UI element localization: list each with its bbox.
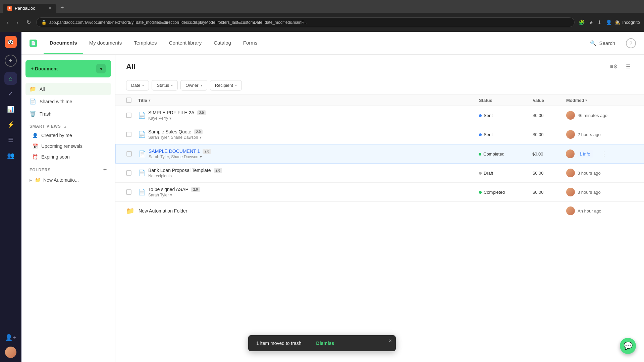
sidebar-icon-analytics[interactable]: 📊 xyxy=(4,103,17,116)
tab-forms[interactable]: Forms xyxy=(237,33,264,54)
sidebar-item-created-by-me[interactable]: 👤 Created by me xyxy=(25,130,111,141)
row-value: $0.00 xyxy=(533,190,566,195)
row-checkbox-area xyxy=(126,132,138,137)
calendar-icon: 📅 xyxy=(32,143,38,149)
extensions-button[interactable]: 🧩 xyxy=(577,18,586,27)
sidebar-item-trash[interactable]: 🗑️ Trash xyxy=(25,108,111,120)
create-button[interactable]: + xyxy=(5,55,17,67)
chat-button[interactable]: 💬 xyxy=(620,338,636,354)
info-icon: ℹ xyxy=(580,151,582,157)
profile-button[interactable]: 👤 xyxy=(604,18,613,27)
tab-catalog[interactable]: Catalog xyxy=(208,33,237,54)
document-title-link[interactable]: SAMPLE DOCUMENT 1 2.0 xyxy=(149,148,479,154)
filter-icon-button[interactable]: ≡⚙ xyxy=(607,61,621,72)
table-row[interactable]: ⋮⋮ 📄 SIMPLE PDF FILE 2A 2.0 Kaye Perry ▾ xyxy=(115,106,644,125)
file-icon: 📄 xyxy=(138,188,146,196)
forward-button[interactable]: › xyxy=(14,17,21,27)
document-title[interactable]: SIMPLE PDF FILE 2A 2.0 xyxy=(148,110,479,115)
app-logo: 🐼 xyxy=(5,36,17,48)
recipient-chevron: ▾ xyxy=(170,193,172,197)
folders-label: FOLDERS xyxy=(30,168,51,172)
smart-views-header[interactable]: SMART VIEWS ▲ xyxy=(25,120,111,130)
sidebar-icon-automation[interactable]: ⚡ xyxy=(4,118,17,131)
row-value: $0.00 xyxy=(532,152,566,157)
status-indicator: Completed xyxy=(479,152,504,157)
sidebar-icon-tasks[interactable]: ✓ xyxy=(4,87,17,100)
view-toggle-button[interactable]: ☰ xyxy=(623,61,633,72)
document-title[interactable]: Sample Sales Quote 2.0 xyxy=(148,129,479,134)
add-folder-button[interactable]: + xyxy=(103,166,107,173)
bookmark-button[interactable]: ★ xyxy=(588,18,595,27)
filter-status-button[interactable]: Status ▾ xyxy=(152,80,178,90)
filter-date-button[interactable]: Date ▾ xyxy=(126,80,149,90)
tab-templates[interactable]: Templates xyxy=(128,33,163,54)
folders-header: FOLDERS + xyxy=(25,162,111,175)
sidebar-icon-add-user[interactable]: 👤+ xyxy=(4,331,17,344)
filter-recipient-button[interactable]: Recipient ▾ xyxy=(210,80,242,90)
sidebar-icon-catalog[interactable]: ☰ xyxy=(4,134,17,146)
sidebar-item-expiring-soon[interactable]: ⏰ Expiring soon xyxy=(25,152,111,162)
created-by-me-label: Created by me xyxy=(41,133,72,138)
avatar xyxy=(566,111,575,120)
table-row[interactable]: ⋮⋮ 📄 Sample Sales Quote 2.0 Sarah Tyler,… xyxy=(115,125,644,144)
select-all-checkbox[interactable] xyxy=(126,98,131,103)
tab-close-button[interactable]: ✕ xyxy=(48,6,52,11)
sidebar-folder-new-automation[interactable]: ▶ 📁 New Automatio... xyxy=(25,175,111,185)
column-modified[interactable]: Modified ▾ xyxy=(566,98,633,103)
tab-my-documents[interactable]: My documents xyxy=(83,33,128,54)
sidebar-item-shared[interactable]: 📄 Shared with me xyxy=(25,95,111,108)
avatar xyxy=(566,149,575,158)
folder-name-label: New Automatio... xyxy=(43,177,79,183)
table-row-highlighted[interactable]: ⋮⋮ 📄 SAMPLE DOCUMENT 1 2.0 Sarah Tyler, … xyxy=(115,144,644,164)
tab-content-library[interactable]: Content library xyxy=(163,33,208,54)
sidebar-icon-home[interactable]: ⌂ xyxy=(4,72,17,85)
more-options-button[interactable]: ⋮ xyxy=(598,149,610,159)
search-button[interactable]: 🔍 Search xyxy=(585,38,621,49)
smart-views-chevron: ▲ xyxy=(63,125,67,128)
refresh-button[interactable]: ↻ xyxy=(24,17,34,27)
folder-modified-time: An hour ago xyxy=(578,208,601,214)
download-button[interactable]: ⬇ xyxy=(596,18,603,27)
row-status: Completed xyxy=(479,151,532,157)
left-panel: + Document ▾ 📁 All 📄 Shared with me 🗑️ T… xyxy=(21,55,115,362)
table-row[interactable]: ⋮⋮ 📄 Bank Loan Proposal Template 2.0 No … xyxy=(115,164,644,183)
table-row[interactable]: ⋮⋮ 📄 To be signed ASAP 2.0 Sarah Tyler ▾ xyxy=(115,183,644,202)
url-text: app.pandadoc.com/a/#/documents-next?sort… xyxy=(49,20,570,25)
sidebar-item-all[interactable]: 📁 All xyxy=(25,83,111,95)
sidebar-item-upcoming-renewals[interactable]: 📅 Upcoming renewals xyxy=(25,141,111,152)
search-icon: 🔍 xyxy=(590,40,596,46)
row-value: $0.00 xyxy=(533,132,566,137)
column-title[interactable]: Title ▾ xyxy=(138,98,479,103)
info-button[interactable]: ℹ Info xyxy=(577,150,593,158)
row-status: Sent xyxy=(479,113,533,118)
filter-owner-chevron: ▾ xyxy=(201,83,202,87)
table-header: Title ▾ Status Value Modified ▾ xyxy=(115,95,644,106)
filter-recipient-chevron: ▾ xyxy=(235,83,237,87)
row-checkbox-area xyxy=(126,170,138,176)
row-modified: 2 hours ago xyxy=(566,130,633,139)
new-document-chevron[interactable]: ▾ xyxy=(96,64,106,73)
document-title[interactable]: To be signed ASAP 2.0 xyxy=(148,187,479,192)
folder-expand-chevron: ▶ xyxy=(30,178,32,182)
toast-dismiss-button[interactable]: Dismiss xyxy=(316,341,334,346)
version-badge: 2.0 xyxy=(203,149,211,154)
tab-documents[interactable]: Documents xyxy=(44,33,83,54)
sidebar-icon-contacts[interactable]: 👥 xyxy=(4,149,17,162)
filter-owner-button[interactable]: Owner ▾ xyxy=(180,80,207,90)
address-bar[interactable]: 🔒 app.pandadoc.com/a/#/documents-next?so… xyxy=(36,17,575,27)
status-text: Draft xyxy=(484,171,493,176)
status-text: Sent xyxy=(484,132,493,137)
browser-tab-pandadoc[interactable]: P PandaDoc ✕ xyxy=(3,4,56,13)
back-button[interactable]: ‹ xyxy=(4,17,11,27)
user-avatar[interactable] xyxy=(5,347,16,358)
folder-row[interactable]: 📁 New Automation Folder An hour ago xyxy=(115,202,644,220)
toast-close-button[interactable]: × xyxy=(389,338,392,344)
browser-nav-icons: 🧩 ★ ⬇ 👤 🕵 Incognito xyxy=(577,18,640,27)
filter-date-label: Date xyxy=(131,83,140,88)
smart-views-label: SMART VIEWS xyxy=(30,124,61,129)
new-document-button[interactable]: + Document ▾ xyxy=(25,60,111,77)
new-tab-button[interactable]: + xyxy=(58,3,67,13)
help-button[interactable]: ? xyxy=(626,38,636,48)
row-title-area: SIMPLE PDF FILE 2A 2.0 Kaye Perry ▾ xyxy=(148,110,479,121)
document-title[interactable]: Bank Loan Proposal Template 2.0 xyxy=(148,168,479,173)
